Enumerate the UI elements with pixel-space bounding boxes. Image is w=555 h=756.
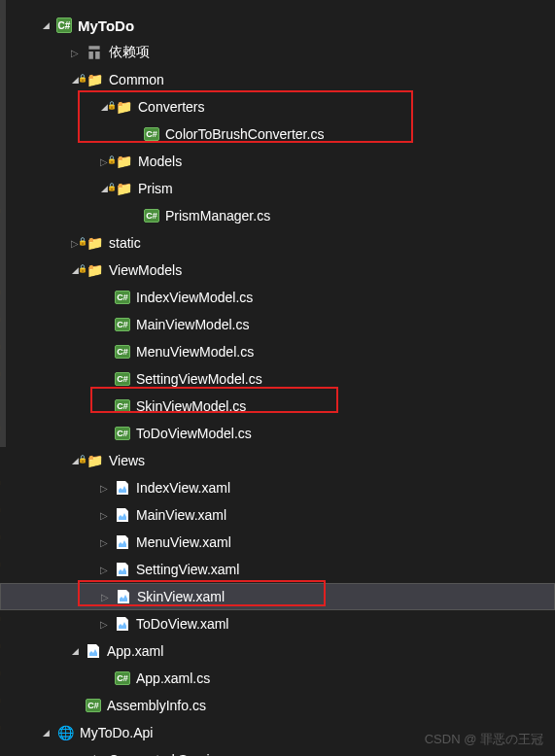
chevron-right-icon[interactable]: [97, 565, 111, 575]
file-todovm[interactable]: 🔒C# ToDoViewModel.cs: [0, 420, 555, 447]
folder-icon: 🔒📁: [86, 452, 103, 469]
file-settingvm[interactable]: 🔒C# SettingViewModel.cs: [0, 365, 555, 393]
project-label: MyToDo.Api: [80, 725, 153, 740]
chevron-down-icon[interactable]: [39, 20, 52, 30]
file-menuvm[interactable]: 🔒C# MenuViewModel.cs: [0, 338, 555, 365]
chevron-down-icon[interactable]: [39, 728, 52, 738]
dependencies-icon: [86, 44, 103, 61]
file-indexvm[interactable]: 🔒C# IndexViewModel.cs: [0, 284, 555, 311]
folder-converters[interactable]: 🔒📁 Converters: [0, 93, 555, 120]
file-appcs[interactable]: 🔒C# App.xaml.cs: [0, 665, 555, 692]
file-prismmanager[interactable]: 🔒C# PrismManager.cs: [0, 202, 555, 229]
folder-icon: 🔒📁: [115, 98, 132, 116]
watermark: CSDN @ 罪恶の王冠: [425, 731, 543, 748]
chevron-right-icon[interactable]: [98, 592, 112, 602]
node-label: Common: [109, 72, 164, 87]
project-label: MyToDo: [78, 17, 134, 34]
node-label: MainView.xaml: [136, 507, 226, 523]
file-colortobrush[interactable]: +C# ColorToBrushConverter.cs: [0, 120, 555, 148]
file-skinvm[interactable]: +C# SkinViewModel.cs: [0, 393, 555, 420]
folder-icon: 🔒📁: [115, 153, 132, 170]
node-label: static: [109, 235, 141, 251]
chevron-right-icon[interactable]: [97, 510, 111, 521]
file-mainview[interactable]: 🔒 MainView.xaml: [0, 501, 555, 529]
folder-prism[interactable]: 🔒📁 Prism: [0, 175, 555, 202]
folder-icon: 🔒📁: [86, 71, 103, 88]
node-label: IndexViewModel.cs: [136, 290, 253, 305]
chevron-right-icon[interactable]: [97, 537, 111, 548]
folder-viewmodels[interactable]: 🔒📁 ViewModels: [0, 257, 555, 284]
node-label: SkinViewModel.cs: [136, 398, 246, 414]
folder-models[interactable]: 🔒📁 Models: [0, 148, 555, 175]
dependencies-node[interactable]: 依赖项: [0, 39, 555, 66]
file-asminfo[interactable]: 🔒C# AssemblyInfo.cs: [0, 692, 555, 719]
csharp-file-icon: 🔒C#: [86, 699, 101, 712]
xaml-file-icon: 🔒: [86, 643, 101, 659]
node-label: ToDoViewModel.cs: [136, 426, 252, 441]
node-label: PrismManager.cs: [165, 208, 270, 223]
node-label: Views: [109, 453, 145, 468]
connected-services-icon: ⚙: [86, 751, 103, 756]
node-label: AssemblyInfo.cs: [107, 698, 206, 713]
node-label: App.xaml.cs: [136, 670, 210, 686]
node-label: MenuView.xaml: [136, 534, 231, 550]
csharp-file-icon: 🔒C#: [115, 671, 130, 685]
xaml-file-icon: 🔒: [115, 480, 130, 496]
file-mainvm[interactable]: 🔒C# MainViewModel.cs: [0, 311, 555, 338]
node-label: Models: [138, 154, 182, 169]
node-label: 依赖项: [109, 44, 150, 61]
file-indexview[interactable]: 🔒 IndexView.xaml: [0, 474, 555, 501]
csharp-file-icon: +C#: [144, 127, 159, 141]
node-label: SettingView.xaml: [136, 562, 239, 577]
folder-static[interactable]: 🔒📁 static: [0, 229, 555, 257]
file-menuview[interactable]: 🔒 MenuView.xaml: [0, 529, 555, 556]
xaml-file-icon: 🔒: [115, 562, 130, 577]
csharp-project-icon: 🔒C#: [56, 17, 72, 33]
project-mytodo[interactable]: 🔒C# MyToDo: [0, 12, 555, 39]
chevron-right-icon[interactable]: [97, 483, 111, 494]
csharp-file-icon: 🔒C#: [115, 291, 130, 304]
node-label: ColorToBrushConverter.cs: [165, 126, 324, 142]
xaml-file-icon: 🔒: [115, 507, 130, 523]
chevron-right-icon[interactable]: [97, 619, 111, 630]
csharp-file-icon: 🔒C#: [115, 427, 130, 440]
csharp-file-icon: 🔒C#: [115, 345, 130, 359]
node-label: Connected Services: [109, 752, 230, 756]
csharp-file-icon: 🔒C#: [144, 209, 159, 223]
folder-icon: 🔒📁: [86, 261, 103, 279]
node-label: ToDoView.xaml: [136, 616, 228, 632]
node-label: Prism: [138, 181, 173, 196]
node-label: MainViewModel.cs: [136, 317, 249, 332]
node-label: App.xaml: [107, 643, 163, 659]
node-label: MenuViewModel.cs: [136, 344, 254, 360]
web-project-icon: 🔒🌐: [56, 724, 74, 741]
node-label: Converters: [138, 99, 204, 115]
csharp-file-icon: 🔒C#: [115, 318, 130, 331]
file-settingview[interactable]: 🔒 SettingView.xaml: [0, 556, 555, 583]
xaml-file-icon: 🔒: [115, 616, 130, 632]
node-label: SettingViewModel.cs: [136, 371, 262, 387]
folder-common[interactable]: 🔒📁 Common: [0, 66, 555, 93]
file-appxaml[interactable]: 🔒 App.xaml: [0, 637, 555, 665]
file-todoview[interactable]: 🔒 ToDoView.xaml: [0, 610, 555, 637]
file-skinview[interactable]: ✓ SkinView.xaml: [0, 583, 555, 610]
folder-views[interactable]: 🔒📁 Views: [0, 447, 555, 474]
folder-icon: 🔒📁: [86, 234, 103, 252]
chevron-right-icon[interactable]: [68, 48, 82, 58]
node-label: IndexView.xaml: [136, 480, 230, 496]
chevron-down-icon[interactable]: [68, 646, 82, 656]
node-label: ViewModels: [109, 262, 182, 278]
solution-tree: 🔒C# MyToDo 依赖项 🔒📁 Common 🔒📁 Converters +…: [0, 0, 555, 756]
folder-icon: 🔒📁: [115, 180, 132, 197]
csharp-file-icon: 🔒C#: [115, 372, 130, 386]
xaml-file-icon: ✓: [116, 589, 131, 604]
node-label: SkinView.xaml: [137, 589, 225, 604]
csharp-file-icon: +C#: [115, 399, 130, 413]
xaml-file-icon: 🔒: [115, 534, 130, 550]
